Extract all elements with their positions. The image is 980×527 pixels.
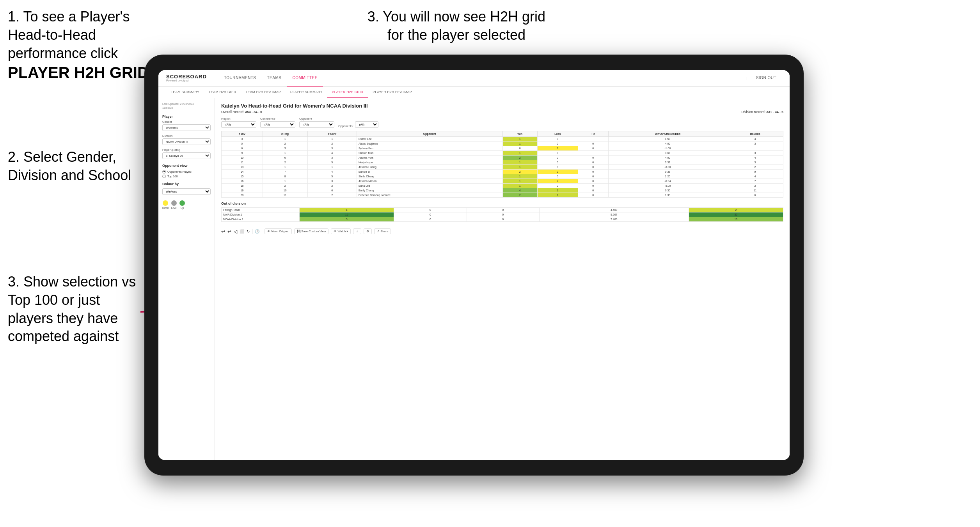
sub-nav-player-h2h-heatmap[interactable]: PLAYER H2H HEATMAP — [368, 87, 417, 98]
cell-rounds: 3 — [727, 160, 783, 165]
instruction-step3-left: 3. Show selection vs Top 100 or just pla… — [8, 273, 140, 346]
toolbar-copy-icon[interactable]: ⬜ — [240, 229, 244, 233]
cell-diff: 4.00 — [608, 156, 727, 160]
th-conf: # Conf — [307, 131, 357, 137]
table-row: 3 1 1 Esther Lee 1 0 1.50 4 — [222, 137, 783, 141]
table-row: 18 2 2 Euna Lee 1 0 0 -5.00 2 — [222, 184, 783, 188]
nav-item-tournaments[interactable]: TOURNAMENTS — [218, 70, 262, 87]
cell-reg: 7 — [263, 170, 307, 174]
cell-reg: 10 — [263, 188, 307, 193]
cell-win: 1 — [502, 141, 537, 146]
sub-nav-team-summary[interactable]: TEAM SUMMARY — [166, 87, 204, 98]
toolbar-separator1 — [252, 229, 252, 234]
division-select[interactable]: NCAA Division III — [162, 138, 211, 145]
sub-nav-team-h2h-grid[interactable]: TEAM H2H GRID — [204, 87, 241, 98]
filter-conference-label: Conference — [260, 117, 295, 120]
radio-top100[interactable]: Top 100 — [162, 175, 211, 178]
left-panel: Last Updated: 27/03/2024 16:55:38 Player… — [158, 98, 215, 460]
cell-tie: 0 — [578, 165, 608, 170]
view-original-btn[interactable]: 👁 View: Original — [265, 228, 292, 234]
cell-win: 15 — [300, 212, 394, 217]
share-btn[interactable]: ↗ Share — [374, 228, 391, 234]
cell-opponent: Alexis Sudjianto — [357, 141, 502, 146]
cell-div: 14 — [222, 170, 263, 174]
sub-nav-player-summary[interactable]: PLAYER SUMMARY — [286, 87, 327, 98]
toolbar-back-icon[interactable]: ◁ — [234, 229, 237, 234]
cell-diff: 9.267 — [539, 212, 689, 217]
cell-reg: 8 — [263, 174, 307, 179]
cell-div: 15 — [222, 174, 263, 179]
out-division-row: NAIA Division 1 15 0 0 9.267 30 — [222, 212, 783, 217]
colour-by-select[interactable]: Win/loss — [162, 188, 211, 195]
cell-conf: 3 — [307, 179, 357, 184]
cell-conf: 6 — [307, 188, 357, 193]
cell-loss: 2 — [537, 179, 578, 184]
filter-region-group: Region (All) — [221, 117, 256, 128]
cell-div: 13 — [222, 165, 263, 170]
cell-loss: 1 — [537, 193, 578, 198]
sign-out-link[interactable]: Sign out — [751, 70, 782, 87]
cell-reg: 3 — [263, 146, 307, 151]
cell-team: NAIA Division 1 — [222, 212, 300, 217]
grid-title: Katelyn Vo Head-to-Head Grid for Women's… — [221, 103, 783, 109]
nav-item-committee[interactable]: COMMITTEE — [287, 70, 323, 87]
cell-tie: 0 — [578, 156, 608, 160]
nav-item-teams[interactable]: TEAMS — [261, 70, 287, 87]
cell-loss: 0 — [537, 137, 578, 141]
player-rank-select[interactable]: 8. Katelyn Vo — [162, 152, 211, 159]
legend-up: Up — [179, 200, 185, 209]
save-custom-view-btn[interactable]: 💾 Save Custom View — [294, 228, 328, 234]
save-icon: 💾 — [297, 230, 300, 233]
cell-rounds: 2 — [727, 184, 783, 188]
toolbar-refresh-icon[interactable]: ↻ — [247, 229, 250, 233]
cell-div: 18 — [222, 184, 263, 188]
th-win: Win — [502, 131, 537, 137]
cell-loss: 1 — [537, 146, 578, 151]
colour-by-title: Colour by — [162, 182, 211, 186]
toolbar-undo-icon[interactable]: ↩ — [221, 229, 225, 234]
cell-reg: 2 — [263, 160, 307, 165]
cell-tie: 0 — [578, 160, 608, 165]
table-row: 19 10 6 Emily Chang 4 1 0 0.30 11 — [222, 188, 783, 193]
cell-loss: 0 — [394, 208, 467, 212]
cell-opponent: Euna Lee — [357, 184, 502, 188]
cell-win: 1 — [502, 174, 537, 179]
cell-conf: 3 — [307, 146, 357, 151]
cell-opponent: Eunice Yi — [357, 170, 502, 174]
sub-nav: TEAM SUMMARY TEAM H2H GRID TEAM H2H HEAT… — [158, 87, 790, 98]
cell-rounds: 3 — [727, 151, 783, 156]
bottom-toolbar: ↩ ↩ ◁ ⬜ ↻ 🕐 👁 View: Original 💾 Save Cust… — [221, 226, 783, 234]
cell-conf: 5 — [307, 174, 357, 179]
sub-nav-player-h2h-grid[interactable]: PLAYER H2H GRID — [327, 87, 368, 98]
settings-icon-btn[interactable]: ⚙ — [364, 228, 372, 234]
legend-level: Level — [171, 200, 178, 209]
filter-region-select[interactable]: (All) — [221, 121, 256, 128]
table-row: 9 1 4 Sharon Mun 1 0 3.67 3 — [222, 151, 783, 156]
cell-opponent: Esther Lee — [357, 137, 502, 141]
cell-loss: 0 — [537, 160, 578, 165]
sub-nav-team-h2h-heatmap[interactable]: TEAM H2H HEATMAP — [241, 87, 286, 98]
cell-div: 19 — [222, 188, 263, 193]
logo-area: SCOREBOARD Powered by clippd — [166, 74, 207, 82]
th-diff: Diff Av Strokes/Rnd — [608, 131, 727, 137]
opponents-select[interactable]: (All) — [355, 121, 378, 128]
cell-tie: 0 — [467, 217, 539, 222]
filter-opponent-select[interactable]: (All) — [299, 121, 334, 128]
cell-div: 20 — [222, 193, 263, 198]
toolbar-redo-icon[interactable]: ↩ — [227, 229, 231, 234]
radio-opponents-played[interactable]: Opponents Played — [162, 170, 211, 173]
cell-diff: 4.00 — [608, 141, 727, 146]
cell-div: 10 — [222, 156, 263, 160]
cell-tie: 0 — [578, 179, 608, 184]
toolbar-clock-icon[interactable]: 🕐 — [255, 229, 259, 233]
gender-select[interactable]: Women's — [162, 124, 211, 131]
filter-conference-group: Conference (All) — [260, 117, 295, 128]
toolbar-separator2 — [262, 229, 262, 234]
watch-btn[interactable]: 👁 Watch ▾ — [331, 228, 351, 234]
filter-conference-select[interactable]: (All) — [260, 121, 295, 128]
last-updated: Last Updated: 27/03/2024 16:55:38 — [162, 102, 211, 110]
filter-opponent-group: Opponent (All) — [299, 117, 334, 128]
table-row: 6 3 3 Sydney Kuo 0 1 0 -1.00 — [222, 146, 783, 151]
instruction-step1: 1. To see a Player's Head-to-Head perfor… — [8, 8, 156, 83]
download-icon-btn[interactable]: ⤓ — [353, 228, 361, 234]
